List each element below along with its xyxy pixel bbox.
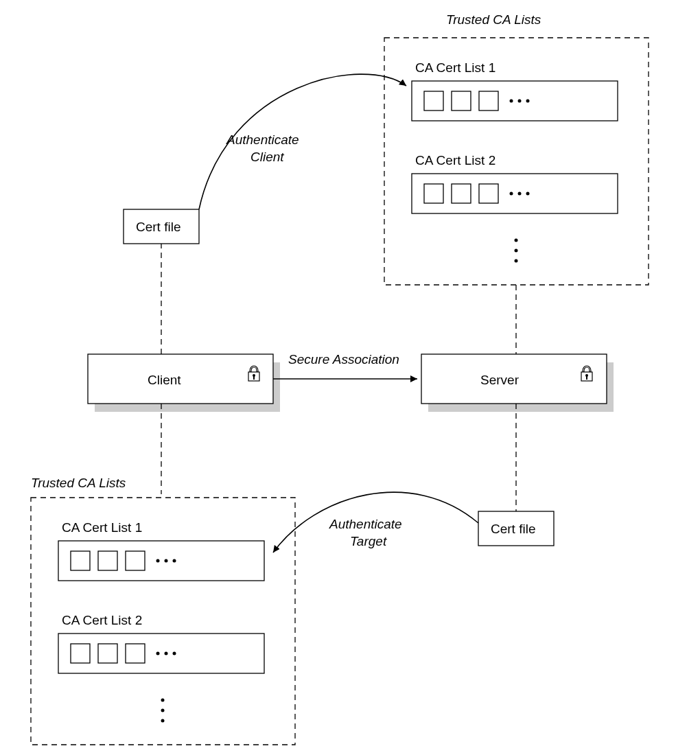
svg-point-13 xyxy=(161,699,165,702)
secure-association-label: Secure Association xyxy=(288,352,399,367)
auth-client-label2: Client xyxy=(250,150,284,164)
auth-target-label2: Target xyxy=(350,534,387,548)
auth-target-label1: Authenticate xyxy=(329,517,402,531)
server-label: Server xyxy=(480,373,520,387)
ca-list2-box-top xyxy=(412,174,618,213)
svg-point-10 xyxy=(515,239,518,242)
ca-list2-label-bottom: CA Cert List 2 xyxy=(62,613,142,627)
client-label: Client xyxy=(148,373,181,387)
client-certfile-label: Cert file xyxy=(136,220,180,234)
svg-point-11 xyxy=(515,249,518,253)
server-certfile-label: Cert file xyxy=(491,522,535,536)
ca-list2-label-top: CA Cert List 2 xyxy=(415,153,495,167)
svg-point-15 xyxy=(161,719,165,723)
trusted-ca-title-top: Trusted CA Lists xyxy=(446,12,541,27)
ca-list1-label-top: CA Cert List 1 xyxy=(415,60,495,75)
ca-list1-label-bottom: CA Cert List 1 xyxy=(62,520,142,535)
ca-list1-box-top xyxy=(412,81,618,121)
ca-list1-box-bottom xyxy=(58,541,264,581)
auth-client-label1: Authenticate xyxy=(226,132,299,147)
svg-point-12 xyxy=(515,259,518,263)
ca-list2-box-bottom xyxy=(58,634,264,673)
trusted-ca-title-bottom: Trusted CA Lists xyxy=(31,476,126,490)
svg-point-14 xyxy=(161,709,165,712)
